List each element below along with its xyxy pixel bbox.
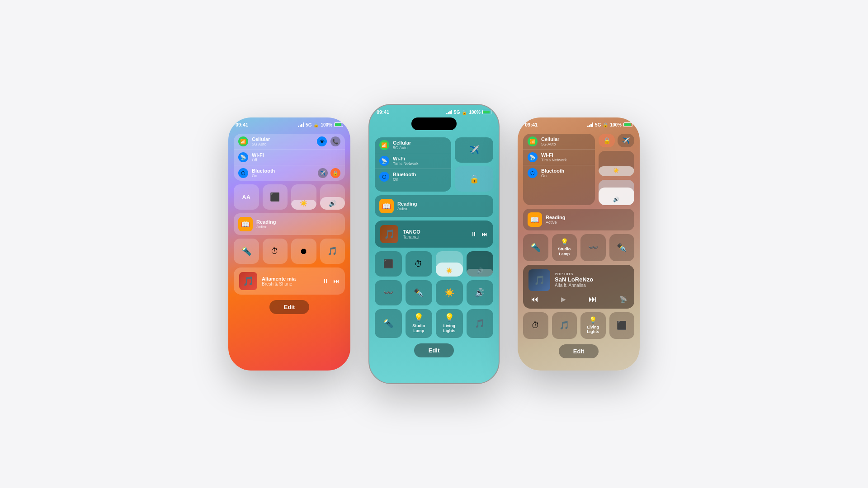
phone-center: 09:41 5G 🔒 100%	[368, 104, 500, 384]
rewind-btn-right[interactable]: ⏮	[530, 295, 538, 304]
text-size-btn-left[interactable]: AA	[234, 184, 259, 210]
lock-mode-icon-left[interactable]: 🔒	[330, 168, 340, 178]
bar4	[303, 122, 304, 127]
mirror-icon-left: ⬛	[270, 193, 280, 201]
connectivity-block-center: 📶 Cellular 5G Auto 📡 Wi-Fi Tim's Network	[375, 137, 451, 192]
shazam-btn-center[interactable]: 🎵	[467, 309, 494, 338]
sound-wave-btn-center[interactable]: 〰️	[375, 280, 402, 305]
pause-btn-left[interactable]: ⏸	[322, 277, 329, 285]
mirror-btn-right[interactable]: ⬛	[609, 312, 635, 339]
reading-text-left: Reading Active	[256, 219, 276, 229]
brightness2-btn-center[interactable]: ☀️	[436, 280, 463, 305]
wifi-sub-right: Tim's Network	[541, 158, 590, 162]
volume2-btn-center[interactable]: 🔊	[467, 280, 494, 305]
flashlight-btn-left[interactable]: 🔦	[234, 239, 259, 264]
edit-btn-right[interactable]: Edit	[559, 344, 599, 358]
music-title-center: TANGO	[403, 229, 466, 235]
reading-sub-center: Active	[397, 206, 417, 211]
battery-fill-center	[483, 111, 490, 113]
lock-btn-right[interactable]: 🔒	[599, 134, 615, 147]
top-row-center: 📶 Cellular 5G Auto 📡 Wi-Fi Tim's Network	[375, 137, 493, 192]
airplane-icon-left[interactable]: ✈️	[318, 168, 328, 178]
phone-right: 09:41 5G 🔒 100%	[518, 117, 640, 371]
reading-sub-right: Active	[546, 220, 565, 225]
wifi-row-left: 📡 Wi-Fi Off	[234, 150, 345, 165]
flashlight-btn-center[interactable]: 🔦	[375, 309, 402, 338]
music-artist-right: Alfa ft. Annalisa	[555, 283, 629, 288]
music-title-right: SaN LoReNzo	[555, 276, 629, 283]
play-btn-right[interactable]: ▶	[561, 296, 566, 303]
mirror-btn-left[interactable]: ⬛	[263, 184, 288, 210]
lock-btn-center[interactable]: 🔒	[455, 166, 493, 192]
timer-btn-left[interactable]: ⏱	[263, 239, 288, 264]
recents-btn-right[interactable]: ⏱	[523, 312, 548, 339]
music-player-center: 🎵 TANGO Tananai ⏸ ⏭	[375, 221, 493, 248]
signature-btn-center[interactable]: ✒️	[406, 280, 433, 305]
airplay-btn-right[interactable]: 📡	[619, 296, 627, 303]
next-btn-left[interactable]: ⏭	[333, 277, 340, 285]
mirror-icon-right: ⬛	[617, 321, 627, 329]
bar2c	[448, 112, 449, 114]
mirror-btn-center[interactable]: ⬛	[375, 251, 402, 277]
brightness2-icon-center: ☀️	[444, 289, 454, 297]
brightness-slider-right[interactable]: ☀️	[599, 151, 634, 176]
control-panel-left: 📶 Cellular 5G Auto 👁 📞 📡 Wi-Fi Off	[228, 130, 350, 298]
flashlight-btn-right[interactable]: 🔦	[523, 234, 548, 261]
reading-icon-right: 📖	[528, 212, 542, 227]
wifi-sub-left: Off	[252, 158, 340, 162]
airplane-btn-center[interactable]: ✈️	[455, 137, 493, 163]
next-btn-center[interactable]: ⏭	[481, 230, 488, 238]
studio-lamp-btn-right[interactable]: 💡 Studio Lamp	[552, 234, 577, 261]
reading-btn-center[interactable]: 📖 Reading Active	[375, 195, 493, 217]
timer-btn-center[interactable]: ⏱	[406, 251, 433, 277]
time-right: 09:41	[525, 122, 538, 127]
cellular-text-right: Cellular 5G Auto	[541, 136, 590, 146]
edit-btn-center[interactable]: Edit	[414, 343, 454, 357]
airplane-btn-right[interactable]: ✈️	[618, 134, 634, 147]
forward-btn-right[interactable]: ⏭	[589, 295, 597, 304]
brightness-icon-right: ☀️	[613, 168, 619, 174]
reading-btn-left[interactable]: 📖 Reading Active	[234, 213, 345, 235]
living-lights-btn-center[interactable]: 💡 Living Lights	[436, 309, 463, 338]
wifi-row-center: 📡 Wi-Fi Tim's Network	[375, 153, 451, 169]
reading-btn-right[interactable]: 📖 Reading Active	[523, 209, 634, 230]
bluetooth-row-right: ⬡ Bluetooth On	[523, 165, 595, 181]
top-row-right: 📶 Cellular 5G Auto 📡 Wi-Fi Tim's Network	[523, 134, 634, 205]
volume-slider-right[interactable]: 🔊	[599, 180, 634, 205]
sound-wave-btn-right[interactable]: 〰️	[580, 234, 606, 261]
status-right-left: 5G 🔒 100%	[298, 122, 343, 127]
lock-icon-btn-right: 🔒	[603, 137, 611, 144]
flashlight-icon-right: 🔦	[531, 244, 541, 252]
wifi-text-left: Wi-Fi Off	[252, 152, 340, 162]
connectivity-block-left: 📶 Cellular 5G Auto 👁 📞 📡 Wi-Fi Off	[234, 134, 345, 181]
shazam-icon-left: 🎵	[327, 247, 337, 255]
studio-lamp-icon-right: 💡	[561, 239, 568, 245]
brightness-slider-left[interactable]: ☀️	[291, 184, 316, 210]
shazam-btn-left[interactable]: 🎵	[320, 239, 345, 264]
record-btn-left[interactable]: ⏺	[291, 239, 316, 264]
bluetooth-title-center: Bluetooth	[393, 172, 447, 177]
sound-wave-icon-center: 〰️	[383, 289, 393, 297]
wifi-title-center: Wi-Fi	[393, 156, 447, 161]
bar3	[301, 124, 302, 127]
bluetooth-icon-right: ⬡	[528, 168, 538, 178]
brightness-slider-center[interactable]: ☀️	[436, 251, 463, 277]
shazam-btn-right[interactable]: 🎵	[552, 312, 577, 339]
bluetooth-sub-center: On	[393, 177, 447, 182]
living-lights-btn-right[interactable]: 💡 Living Lights	[580, 312, 606, 339]
pause-btn-center[interactable]: ⏸	[471, 230, 477, 238]
studio-lamp-btn-center[interactable]: 💡 Studio Lamp	[406, 309, 433, 338]
wifi-sub-center: Tim's Network	[393, 161, 447, 166]
volume-slider-center[interactable]: 🔊	[467, 251, 494, 277]
signature-btn-right[interactable]: ✒️	[609, 234, 635, 261]
music-info-left: Altamente mia Bresh & Shune	[262, 276, 318, 286]
reading-title-center: Reading	[397, 201, 417, 206]
edit-btn-left[interactable]: Edit	[269, 300, 310, 314]
voicemail-icon-left: 📞	[330, 136, 340, 146]
reading-text-right: Reading Active	[546, 215, 565, 225]
battery-label-center: 100%	[469, 110, 481, 115]
volume-slider-left[interactable]: 🔊	[320, 184, 345, 210]
music-top-right: 🎵 POP HITS SaN LoReNzo Alfa ft. Annalisa	[528, 269, 629, 291]
wifi-title-right: Wi-Fi	[541, 152, 590, 158]
cellular-row-left: 📶 Cellular 5G Auto 👁 📞	[234, 134, 345, 150]
